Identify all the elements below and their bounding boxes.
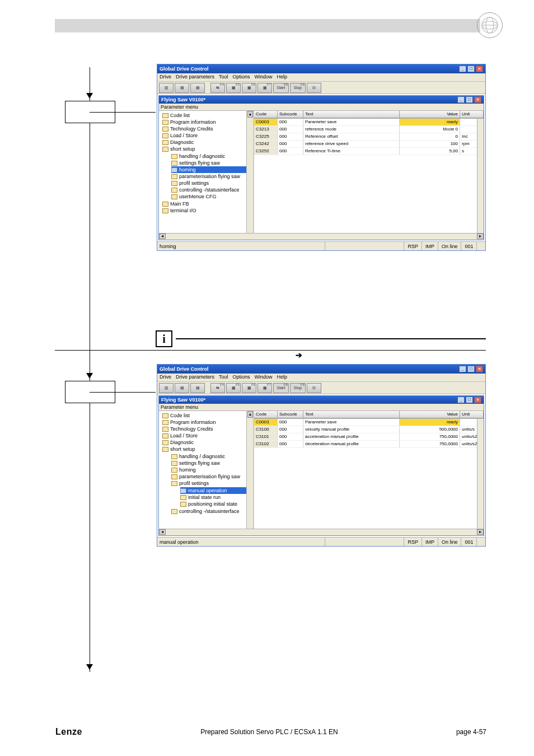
minimize-button[interactable]: _ <box>459 366 466 372</box>
tree-pane[interactable]: ▴ Code list Program information Technolo… <box>159 111 254 233</box>
toolbar-button[interactable]: ▤ <box>175 383 189 393</box>
menu-drive[interactable]: Drive <box>160 74 171 81</box>
tree-item: Program information <box>162 419 252 426</box>
status-rsp: RSP <box>404 242 421 250</box>
tree-item: Program information <box>162 119 252 125</box>
window-titlebar[interactable]: Global Drive Control _ □ × <box>157 365 485 374</box>
close-button[interactable]: × <box>476 366 483 372</box>
page: Global Drive Control _ □ × Drive Drive p… <box>0 0 534 756</box>
toolbar-stop-button[interactable]: StopF9 <box>290 383 306 393</box>
menu-help[interactable]: Help <box>277 74 288 81</box>
menu-window[interactable]: Window <box>255 74 273 81</box>
menu-drive-parameters[interactable]: Drive parameters <box>176 374 214 381</box>
toolbar-start-button[interactable]: StartF8 <box>273 83 289 93</box>
tree-item: Load / Store <box>162 132 252 139</box>
grid-scrollbar[interactable] <box>477 119 484 233</box>
toolbar-button[interactable]: ▦F5 <box>226 383 241 393</box>
col-subcode[interactable]: Subcode <box>278 111 303 118</box>
window-titlebar[interactable]: Global Drive Control _ □ × <box>157 64 485 73</box>
menu-options[interactable]: Options <box>233 74 250 81</box>
status-left: manual operation <box>157 538 325 546</box>
maximize-button[interactable]: □ <box>467 366 475 372</box>
toolbar-button[interactable]: ▥ <box>159 383 174 393</box>
close-button[interactable]: × <box>474 96 481 103</box>
col-unit[interactable]: Unit <box>460 111 484 118</box>
toolbar-button[interactable]: ⊟ <box>307 383 321 393</box>
toolbar: ▥ ▤ ▤ ⇆F4 ▦F5 ▦F6 ▦F7 StartF8 StopF9 ⊟ <box>157 82 485 94</box>
tree-item: short setup <box>162 446 252 452</box>
col-text[interactable]: Text <box>303 111 400 118</box>
menubar[interactable]: Drive Drive parameters Tool Options Wind… <box>157 73 485 82</box>
minimize-button[interactable]: _ <box>457 96 465 103</box>
minimize-button[interactable]: _ <box>459 66 466 72</box>
grid-row[interactable]: C3213000reference modeMode 0 <box>254 126 484 133</box>
tree-scrollbar[interactable]: ▴ <box>246 411 253 529</box>
col-value[interactable]: Value <box>400 411 460 418</box>
menu-tool[interactable]: Tool <box>219 74 228 81</box>
flow-branch-line <box>90 112 156 113</box>
toolbar-button[interactable]: ⊟ <box>307 83 321 93</box>
grid-row[interactable]: C3252000Reference Ti-time5,00s <box>254 148 484 155</box>
col-unit[interactable]: Unit <box>460 411 484 418</box>
grid-row[interactable]: C0003000Parameter saveready <box>254 419 484 426</box>
menu-options[interactable]: Options <box>233 374 250 381</box>
menu-help[interactable]: Help <box>277 374 288 381</box>
grid-row[interactable]: C0003000Parameter saveready <box>254 119 484 126</box>
grid-row[interactable]: C3242000reference drive speed100rpm <box>254 141 484 148</box>
arrow-down-icon <box>86 373 93 379</box>
col-value[interactable]: Value <box>400 111 460 118</box>
horizontal-scrollbar[interactable]: ◂▸ <box>159 233 484 240</box>
toolbar-button[interactable]: ▦F5 <box>226 83 241 93</box>
maximize-button[interactable]: □ <box>467 66 475 72</box>
toolbar-button[interactable]: ▥ <box>159 83 174 93</box>
menu-window[interactable]: Window <box>255 374 273 381</box>
menu-drive-parameters[interactable]: Drive parameters <box>176 74 214 81</box>
tree-item: controlling -/statusinterface <box>171 508 252 515</box>
menu-tool[interactable]: Tool <box>219 374 228 381</box>
menu-drive[interactable]: Drive <box>160 374 171 381</box>
tree-item: positioning initial state <box>180 501 252 507</box>
toolbar-button[interactable]: ▦F7 <box>257 83 272 93</box>
toolbar-button[interactable]: ▤ <box>175 83 189 93</box>
status-pad <box>476 242 485 250</box>
grid-scrollbar[interactable] <box>477 419 484 529</box>
info-rule-2 <box>55 350 486 351</box>
tree-item: Technology Credits <box>162 426 252 432</box>
col-text[interactable]: Text <box>303 411 400 418</box>
toolbar-button[interactable]: ▤ <box>190 383 205 393</box>
close-button[interactable]: × <box>474 396 481 403</box>
inner-titlebar[interactable]: Flying Saw V0100* _ □ × <box>159 96 484 104</box>
parameter-menu-header: Parameter menu <box>159 404 484 411</box>
toolbar-button[interactable]: ⇆F4 <box>210 83 225 93</box>
maximize-button[interactable]: □ <box>466 396 473 403</box>
grid-row[interactable]: C3225000Reference offset0Inc <box>254 133 484 141</box>
toolbar-button[interactable]: ▦F6 <box>242 383 256 393</box>
minimize-button[interactable]: _ <box>457 396 465 403</box>
screenshot-window: Global Drive Control _ □ × Drive Drive p… <box>157 364 486 547</box>
status-online: On line <box>438 242 461 250</box>
horizontal-scrollbar[interactable]: ◂▸ <box>159 529 484 535</box>
tree-pane[interactable]: ▴ Code list Program information Technolo… <box>159 411 254 529</box>
close-button[interactable]: × <box>476 66 483 72</box>
grid-row[interactable]: C3101000acceleration manual profile750,0… <box>254 433 484 441</box>
col-code[interactable]: Code <box>254 111 278 118</box>
statusbar: homing RSP IMP On line 001 <box>157 241 485 250</box>
grid-row[interactable]: C3102000deceleration manual profile750,0… <box>254 441 484 448</box>
grid-row[interactable]: C3100000velosity manual profile500,0000u… <box>254 426 484 433</box>
tree-item: terminal I/O <box>162 207 252 214</box>
status-id: 001 <box>461 242 476 250</box>
inner-title: Flying Saw V0100* <box>161 97 205 102</box>
toolbar-stop-button[interactable]: StopF9 <box>290 83 306 93</box>
maximize-button[interactable]: □ <box>466 96 473 103</box>
toolbar-button[interactable]: ▦F7 <box>257 383 272 393</box>
tree-scrollbar[interactable]: ▴ <box>246 111 253 233</box>
col-code[interactable]: Code <box>254 411 278 418</box>
toolbar-start-button[interactable]: StartF8 <box>273 383 289 393</box>
toolbar-button[interactable]: ▤ <box>190 83 205 93</box>
toolbar-button[interactable]: ⇆F4 <box>210 383 225 393</box>
inner-titlebar[interactable]: Flying Saw V0100* _ □ × <box>159 396 484 404</box>
toolbar-button[interactable]: ▦F6 <box>242 83 256 93</box>
grid-pane: Code Subcode Text Value Unit C0003000Par… <box>254 111 484 233</box>
menubar[interactable]: Drive Drive parameters Tool Options Wind… <box>157 374 485 382</box>
col-subcode[interactable]: Subcode <box>278 411 303 418</box>
